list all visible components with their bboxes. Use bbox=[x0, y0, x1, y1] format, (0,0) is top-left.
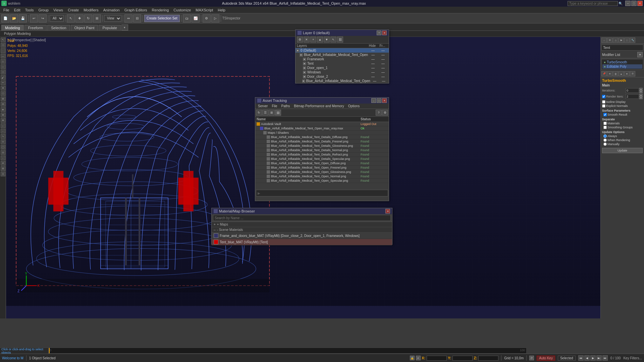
layer-row-5[interactable]: ▸ Windows — — bbox=[296, 70, 389, 74]
ls-edge-icon[interactable]: — bbox=[1, 54, 5, 58]
tb-undo[interactable]: ↩ bbox=[30, 14, 38, 22]
ls-detach-icon[interactable]: ⊗ bbox=[1, 118, 5, 123]
ls-element-icon[interactable]: □ bbox=[1, 64, 5, 69]
asset-maximize-btn[interactable]: □ bbox=[377, 98, 381, 103]
selection-filter[interactable]: All bbox=[50, 15, 64, 22]
asset-row-6[interactable]: Blue_Airfull_Inflatable_Medical_Tent_Det… bbox=[255, 148, 389, 153]
asset-row-2[interactable]: Maps / Shaders bbox=[255, 131, 389, 135]
asset-menu-bitmap[interactable]: Bitmap Performance and Memory bbox=[292, 104, 345, 108]
close-button[interactable]: ✕ bbox=[637, 1, 643, 6]
tb-mirror[interactable]: ⇔ bbox=[124, 14, 132, 22]
ts-isoline-checkbox[interactable] bbox=[602, 100, 605, 104]
tb-render-setup[interactable]: ⚙ bbox=[203, 14, 211, 22]
asset-tb-detail[interactable]: ▤ bbox=[275, 110, 281, 116]
tl-end-btn[interactable]: ⏭ bbox=[602, 355, 608, 361]
tb-move[interactable]: ✚ bbox=[75, 14, 84, 22]
layers-tb-up[interactable]: ▲ bbox=[317, 37, 323, 43]
asset-menu-paths[interactable]: Paths bbox=[280, 104, 291, 108]
menu-tools[interactable]: Tools bbox=[23, 8, 36, 12]
menu-modifiers[interactable]: Modifiers bbox=[82, 8, 101, 12]
ts-when-rendering-radio[interactable] bbox=[603, 138, 607, 142]
tb-align[interactable]: ⊟ bbox=[133, 14, 141, 22]
tab-selection[interactable]: Selection bbox=[47, 25, 70, 31]
tb-layers[interactable]: 🗂 bbox=[183, 14, 191, 22]
sb-z-input[interactable] bbox=[478, 356, 498, 361]
layers-tb-icon1[interactable]: ⚙ bbox=[297, 37, 303, 43]
ls-loop-icon[interactable]: ◯ bbox=[1, 145, 5, 149]
create-selection-button[interactable]: Create Selection Set bbox=[144, 15, 180, 22]
layer-row-0[interactable]: ▸ 0 (Default) — — bbox=[296, 48, 389, 53]
timeline-track[interactable]: 0 100 bbox=[49, 348, 527, 354]
modifier-list-dropdown[interactable]: ▾ bbox=[637, 52, 643, 57]
pp-display-icon[interactable]: □ bbox=[624, 38, 630, 43]
transform-center[interactable]: View bbox=[104, 15, 121, 22]
ls-chamfer-icon[interactable]: ⊘ bbox=[1, 161, 5, 166]
tb-rotate[interactable]: ↻ bbox=[84, 14, 92, 22]
mod-configure-icon[interactable]: ⚙ bbox=[630, 71, 635, 76]
asset-row-1[interactable]: Blue_Airfull_Inflatable_Medical_Tent_Ope… bbox=[255, 126, 389, 131]
asset-row-3[interactable]: Blue_Airfull_Inflatable_Medical_Tent_Det… bbox=[255, 135, 389, 139]
tab-populate[interactable]: Populate bbox=[99, 25, 120, 31]
layers-tb-select[interactable]: ↖ bbox=[330, 37, 336, 43]
layers-close-btn[interactable]: ✕ bbox=[382, 31, 387, 35]
asset-row-7[interactable]: Blue_Airfull_Inflatable_Medical_Tent_Det… bbox=[255, 153, 389, 157]
asset-row-11[interactable]: Blue_Airfull_Inflatable_Medical_Tent_Ope… bbox=[255, 170, 389, 174]
layer-row-6[interactable]: ▸ Door_close_2 — — bbox=[296, 74, 389, 79]
asset-row-12[interactable]: Blue_Airfull_Inflatable_Medical_Tent_Ope… bbox=[255, 174, 389, 179]
ls-paint-icon[interactable]: 🖌 bbox=[1, 75, 5, 80]
maximize-button[interactable]: □ bbox=[631, 1, 637, 6]
pp-hierarchy-icon[interactable]: △ bbox=[613, 38, 618, 43]
ts-update-button[interactable]: Update bbox=[602, 148, 643, 153]
menu-group[interactable]: Group bbox=[36, 8, 51, 12]
layers-help-btn[interactable]: ? bbox=[377, 31, 381, 35]
tb-scale[interactable]: ⊞ bbox=[93, 14, 101, 22]
layer-row-3[interactable]: ▸ Tent — — bbox=[296, 61, 389, 66]
sb-grid-icon[interactable]: # bbox=[416, 356, 421, 360]
search-input[interactable] bbox=[568, 1, 618, 6]
search-bar[interactable]: 🔍 bbox=[568, 1, 623, 6]
tab-modeling[interactable]: Modeling bbox=[1, 25, 24, 31]
ts-render-iters-checkbox[interactable] bbox=[602, 95, 605, 98]
maps-section-header[interactable]: + + Maps bbox=[212, 222, 392, 227]
scene-materials-section-header[interactable]: – - Scene Materials bbox=[212, 227, 392, 233]
minimize-button[interactable]: – bbox=[625, 1, 631, 6]
mod-delete-icon[interactable]: 🗑 bbox=[613, 71, 618, 76]
layers-tb-down[interactable]: ▼ bbox=[324, 37, 330, 43]
ls-connect-icon[interactable]: ⊞ bbox=[1, 166, 5, 171]
menu-create[interactable]: Create bbox=[66, 8, 81, 12]
asset-tb-grid[interactable]: ⊞ bbox=[269, 110, 275, 116]
ls-polygon-icon[interactable]: ⬡ bbox=[1, 43, 5, 48]
menu-graph-editors[interactable]: Graph Editors bbox=[122, 8, 149, 12]
ls-extrude-icon[interactable]: ⬆ bbox=[1, 86, 5, 90]
ls-weld-icon[interactable]: ◈ bbox=[1, 107, 5, 112]
layer-row-7[interactable]: ▸ Blue_Airfull_Inflatable_Medical_Tent_O… bbox=[296, 79, 389, 83]
ls-select-icon[interactable]: ↖ bbox=[1, 38, 5, 42]
ls-collapse-icon[interactable]: ↓ bbox=[1, 156, 5, 160]
search-icon[interactable]: 🔍 bbox=[619, 2, 623, 5]
material-item-0[interactable]: Frame_and_doors_blue_MAT (VRayMtl) [Door… bbox=[212, 233, 392, 239]
layer-row-4[interactable]: ▸ Door_open_1 — — bbox=[296, 66, 389, 70]
ts-materials-checkbox[interactable] bbox=[603, 122, 607, 125]
layer-row-2[interactable]: ▸ Framework — — bbox=[296, 57, 389, 61]
ls-knife-icon[interactable]: ✂ bbox=[1, 80, 5, 85]
ts-explicit-normals-checkbox[interactable] bbox=[602, 104, 605, 108]
ls-flip-icon[interactable]: ↕ bbox=[1, 123, 5, 128]
tb-new[interactable]: 📄 bbox=[1, 14, 9, 22]
sb-y-input[interactable] bbox=[452, 356, 473, 361]
ls-inset-icon[interactable]: ⊞ bbox=[1, 97, 5, 101]
ls-attach-icon[interactable]: ⊕ bbox=[1, 113, 5, 117]
asset-row-4[interactable]: Blue_Airfull_Inflatable_Medical_Tent_Det… bbox=[255, 139, 389, 144]
menu-rendering[interactable]: Rendering bbox=[150, 8, 171, 12]
menu-file[interactable]: File bbox=[1, 8, 11, 12]
modifier-item-turbosmooth[interactable]: ● TurboSmooth bbox=[602, 60, 642, 64]
ls-border-icon[interactable]: ◻ bbox=[1, 70, 5, 74]
modifier-item-editable-poly[interactable]: ● Editable Poly bbox=[602, 64, 642, 69]
pp-motion-icon[interactable]: ▶ bbox=[619, 38, 624, 43]
tb-redo[interactable]: ↪ bbox=[39, 14, 47, 22]
tl-prev-btn[interactable]: ◀ bbox=[584, 355, 590, 361]
ls-cap-icon[interactable]: ⊙ bbox=[1, 139, 5, 144]
asset-menu-server[interactable]: Server bbox=[257, 104, 269, 108]
tb-curve-editor[interactable]: 📈 bbox=[192, 14, 200, 22]
ts-manually-radio[interactable] bbox=[603, 142, 607, 146]
sb-clock-icon[interactable]: ⏱ bbox=[529, 356, 534, 360]
